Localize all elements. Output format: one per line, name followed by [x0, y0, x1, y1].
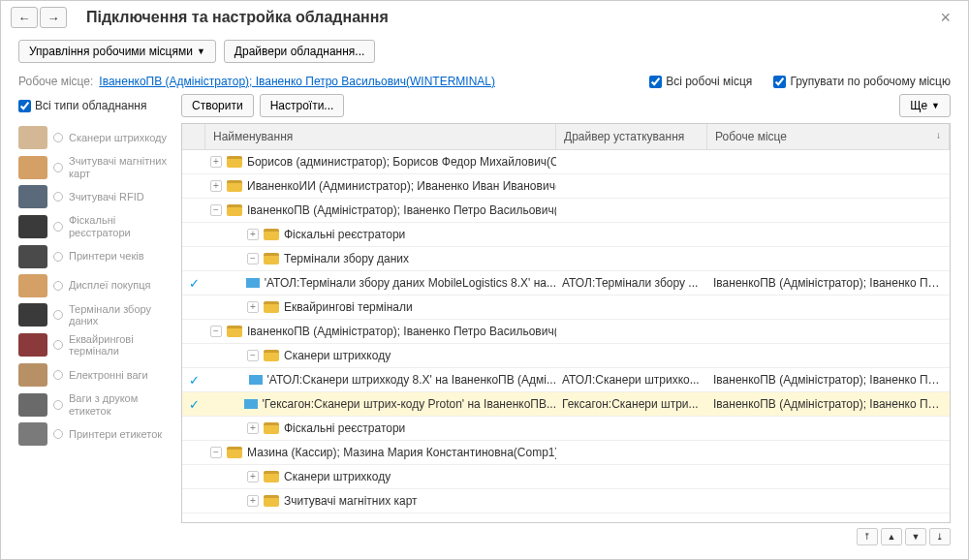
device-type-icon — [18, 126, 47, 149]
row-name: − Сканери штрихкоду — [205, 349, 556, 362]
table-row[interactable]: ✓ 'АТОЛ:Термінали збору даних MobileLogi… — [182, 271, 950, 296]
move-up-button[interactable]: ▲ — [881, 528, 902, 545]
row-name: + Зчитувачі магнітних карт — [205, 494, 556, 508]
more-button[interactable]: Ще ▼ — [899, 94, 951, 117]
table-row[interactable]: − Термінали збору даних — [182, 247, 950, 271]
drivers-button[interactable]: Драйвери обладнання... — [224, 40, 376, 63]
table-row[interactable]: − ІваненкоПВ (Адміністратор); Іваненко П… — [182, 320, 950, 344]
row-check: ✓ — [182, 276, 205, 291]
folder-icon — [227, 447, 242, 458]
radio-icon — [53, 252, 63, 262]
sidebar-item[interactable]: Зчитувачі магнітних карт — [18, 152, 172, 182]
device-type-icon — [18, 185, 47, 208]
table-row[interactable]: + Борисов (администратор); Борисов Федор… — [182, 150, 950, 174]
table-row[interactable]: + Фіскальні реєстратори — [182, 417, 950, 441]
expand-icon[interactable]: + — [247, 301, 259, 313]
expand-icon[interactable]: + — [247, 229, 259, 240]
sidebar-item-label: Еквайрингові термінали — [69, 333, 172, 358]
radio-icon — [53, 163, 63, 172]
collapse-icon[interactable]: − — [247, 350, 259, 361]
table-row[interactable]: + Зчитувачі магнітних карт — [182, 489, 950, 513]
nav-back-button[interactable]: ← — [11, 7, 38, 28]
radio-icon — [53, 429, 63, 439]
col-driver[interactable]: Драйвер устаткування — [556, 124, 707, 149]
table-body[interactable]: + Борисов (администратор); Борисов Федор… — [182, 150, 950, 522]
table-row[interactable]: ✓ 'Гексагон:Сканери штрих-коду Proton' н… — [182, 392, 950, 417]
row-check: ✓ — [182, 373, 205, 388]
move-down-button[interactable]: ▼ — [905, 528, 926, 545]
row-driver: АТОЛ:Сканери штрихко... — [556, 373, 707, 387]
col-workplace[interactable]: Робоче місце ↓ — [707, 124, 950, 149]
workplace-management-button[interactable]: Управління робочими місцями ▼ — [18, 40, 216, 63]
expand-icon[interactable]: + — [247, 495, 259, 507]
sidebar-item[interactable]: Ваги з друком етикеток — [18, 389, 172, 420]
action-row: Створити Настроїти... Ще ▼ — [181, 94, 951, 123]
device-type-icon — [18, 303, 47, 327]
table-row[interactable]: ✓ 'АТОЛ:Сканери штрихкоду 8.X' на Іванен… — [182, 368, 950, 392]
table-row[interactable]: + Фіскальні реєстратори — [182, 223, 950, 247]
expand-icon[interactable]: + — [210, 156, 222, 168]
row-workplace: ІваненкоПВ (Адміністратор); Іваненко Пет… — [707, 397, 950, 411]
sidebar-item[interactable]: Зчитувачі RFID — [18, 182, 172, 211]
sidebar-item[interactable]: Принтери чеків — [18, 242, 172, 271]
device-type-icon — [18, 156, 47, 179]
all-workplaces-checkbox[interactable]: Всі робочі місця — [649, 75, 752, 88]
row-name-text: Фіскальні реєстратори — [284, 421, 405, 435]
sidebar-item[interactable]: Еквайрингові термінали — [18, 330, 172, 360]
row-name-text: Сканери штрихкоду — [284, 349, 391, 362]
col-name[interactable]: Найменування — [205, 124, 556, 149]
sidebar-item[interactable]: Принтери етикеток — [18, 420, 172, 449]
close-button[interactable]: × — [932, 8, 958, 28]
sidebar-item-label: Сканери штрихкоду — [69, 132, 167, 144]
collapse-icon[interactable]: − — [210, 204, 222, 216]
table-row[interactable]: − Мазина (Кассир); Мазина Мария Констант… — [182, 441, 950, 465]
main-area: Всі типи обладнання Сканери штрихкоду Зч… — [1, 94, 968, 559]
device-type-icon — [18, 333, 47, 357]
create-button[interactable]: Створити — [181, 94, 254, 117]
sidebar-item[interactable]: Сканери штрихкоду — [18, 123, 172, 152]
all-types-checkbox[interactable]: Всі типи обладнання — [18, 94, 172, 117]
nav-forward-button[interactable]: → — [40, 7, 67, 28]
row-check: ✓ — [182, 397, 205, 412]
table-row[interactable]: − Сканери штрихкоду — [182, 344, 950, 368]
collapse-icon[interactable]: − — [210, 447, 222, 458]
collapse-icon[interactable]: − — [247, 253, 259, 264]
expand-icon[interactable]: + — [210, 180, 222, 192]
workplace-link[interactable]: ІваненкоПВ (Адміністратор); Іваненко Пет… — [99, 75, 495, 88]
sidebar-item[interactable]: Електронні ваги — [18, 360, 172, 389]
sidebar-item[interactable]: Фіскальні реєстратори — [18, 211, 172, 241]
caret-down-icon: ▼ — [197, 47, 205, 56]
expand-icon[interactable]: + — [247, 422, 259, 434]
row-name-text: Фіскальні реєстратори — [284, 228, 405, 241]
table-row[interactable]: − ІваненкоПВ (Адміністратор); Іваненко П… — [182, 199, 950, 223]
row-name-text: Сканери штрихкоду — [284, 470, 391, 483]
scroll-bottom-button[interactable]: ⤓ — [929, 528, 951, 545]
folder-icon — [227, 156, 242, 168]
sidebar-item-label: Фіскальні реєстратори — [69, 214, 172, 238]
radio-icon — [53, 133, 63, 142]
table-row[interactable]: + ИваненкоИИ (Администратор); Иваненко И… — [182, 174, 950, 199]
sidebar-item-label: Зчитувачі магнітних карт — [69, 155, 172, 179]
footer-buttons: ⤒ ▲ ▼ ⤓ — [181, 523, 951, 545]
sidebar-item-label: Принтери етикеток — [69, 428, 162, 441]
table-row[interactable]: + Еквайрингові термінали — [182, 296, 950, 320]
radio-icon — [53, 340, 63, 350]
row-name-text: 'АТОЛ:Сканери штрихкоду 8.X' на Іваненко… — [267, 373, 556, 387]
table-row[interactable]: + Сканери штрихкоду — [182, 465, 950, 489]
collapse-icon[interactable]: − — [210, 326, 222, 337]
settings-button[interactable]: Настроїти... — [260, 94, 345, 117]
window-title: Підключення та настройка обладнання — [86, 9, 932, 26]
expand-icon[interactable]: + — [247, 471, 259, 482]
row-name: + Фіскальні реєстратори — [205, 421, 556, 435]
folder-icon — [264, 422, 279, 434]
sidebar-item[interactable]: Дисплеї покупця — [18, 271, 172, 300]
row-driver: Гексагон:Сканери штри... — [556, 397, 707, 411]
row-name: + Еквайрингові термінали — [205, 300, 556, 314]
device-type-icon — [18, 363, 47, 387]
group-by-workplace-checkbox[interactable]: Групувати по робочому місцю — [773, 75, 951, 88]
sidebar-item[interactable]: Термінали збору даних — [18, 300, 172, 330]
row-driver: АТОЛ:Термінали збору ... — [556, 276, 707, 290]
scroll-top-button[interactable]: ⤒ — [857, 528, 878, 545]
workplace-row: Робоче місце: ІваненкоПВ (Адміністратор)… — [1, 69, 968, 94]
sidebar-item-label: Термінали збору даних — [69, 303, 172, 327]
